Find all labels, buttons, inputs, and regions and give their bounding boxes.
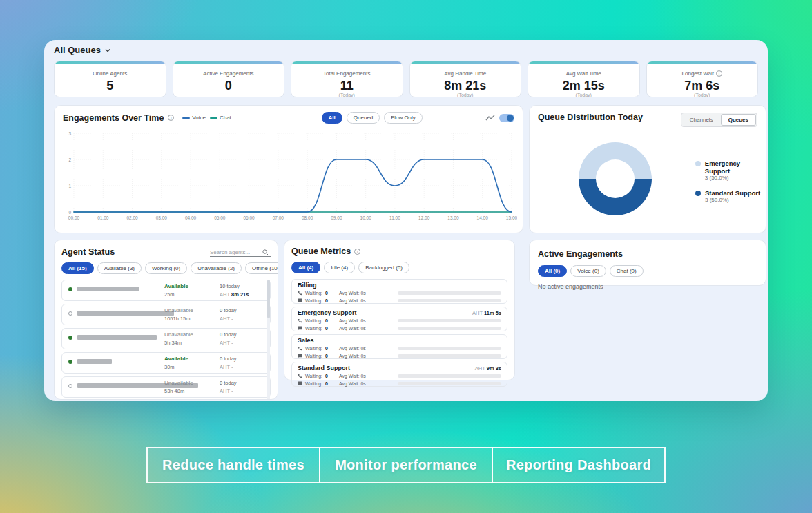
kpi-label: Avg Wait Time <box>566 70 601 77</box>
svg-text:08:00: 08:00 <box>302 215 313 220</box>
legend-chat: Chat <box>210 115 231 121</box>
queue-distribution-donut <box>574 137 657 220</box>
voice-metric-line: Waiting:0 Avg Wait: 0s <box>298 345 501 351</box>
filter-queued-button[interactable]: Queued <box>347 112 380 124</box>
chat-metric-line: Waiting:0 Avg Wait: 0s <box>298 380 501 387</box>
legend-item: Emergency Support 3 (50.0%) <box>695 159 766 181</box>
info-icon[interactable]: i <box>168 115 174 121</box>
queue-selector-label: All Queues <box>54 45 101 55</box>
filter-flow-only-button[interactable]: Flow Only <box>384 112 423 124</box>
queues-segment[interactable]: Queues <box>721 114 756 126</box>
legend-label: Standard Support <box>705 189 760 197</box>
svg-text:11:00: 11:00 <box>389 215 400 220</box>
legend-voice-label: Voice <box>192 115 206 121</box>
agent-status-panel: Agent Status All (15) Available (3) Work… <box>54 240 278 400</box>
svg-text:0: 0 <box>68 210 71 215</box>
kpi-label: Avg Handle Time <box>444 70 486 77</box>
chip-available[interactable]: Available (3) <box>97 262 142 274</box>
svg-text:01:00: 01:00 <box>97 215 109 220</box>
engagements-header: Engagements Over Time i Voice Chat All Q… <box>55 106 523 124</box>
chip-all[interactable]: All (15) <box>61 262 94 274</box>
kpi-sub: (Today) <box>291 93 403 97</box>
queue-card-standard-support[interactable]: Standard Support AHT 9m 3s Waiting:0 Avg… <box>291 362 508 387</box>
agent-status-chips: All (15) Available (3) Working (0) Unava… <box>61 262 271 274</box>
chip-all[interactable]: All (4) <box>291 262 320 273</box>
agent-row[interactable]: Unavailable 53h 48m 0 today AHT - <box>61 376 271 398</box>
kpi-label: Total Engagements <box>323 70 371 77</box>
agent-row[interactable]: Available 30m 0 today AHT - <box>61 352 271 374</box>
svg-text:14:00: 14:00 <box>477 215 489 220</box>
agent-status-label: Unavailable <box>164 307 193 313</box>
phone-icon <box>298 291 302 296</box>
chart-toggle[interactable] <box>499 114 514 122</box>
engagements-line-chart: 00:0001:0002:0003:0004:0005:0006:0007:00… <box>59 128 517 229</box>
wait-bar <box>398 382 501 385</box>
agent-status-dot <box>68 360 72 364</box>
svg-text:15:00: 15:00 <box>506 215 517 220</box>
channels-queues-toggle: Channels Queues <box>681 113 757 127</box>
kpi-label: Longest Wait <box>682 70 714 77</box>
kpi-value: 2m 15s <box>528 79 639 93</box>
voice-metric-line: Waiting:0 Avg Wait: 0s <box>298 373 501 379</box>
kpi-value: 8m 21s <box>410 79 521 93</box>
chip-offline[interactable]: Offline (10) <box>245 262 278 274</box>
chip-idle[interactable]: Idle (4) <box>324 262 355 273</box>
agent-row[interactable]: Available 25m 10 today AHT 8m 21s <box>61 280 271 301</box>
svg-text:09:00: 09:00 <box>331 215 342 220</box>
dashboard-card: All Queues Online Agents 5 Active Engage… <box>44 40 768 401</box>
svg-text:02:00: 02:00 <box>126 215 138 220</box>
wait-bar <box>398 319 501 322</box>
search-icon[interactable] <box>262 249 269 255</box>
agent-status-label: Unavailable <box>164 380 193 386</box>
kpi-value: 7m 6s <box>647 79 758 93</box>
agent-duration: 25m <box>164 291 175 298</box>
agent-status-label: Unavailable <box>164 331 193 338</box>
queue-cards: Billing Waiting:0 Avg Wait: 0s Waiting:0… <box>291 279 508 387</box>
info-icon[interactable]: i <box>354 249 360 255</box>
queue-card-emergency-support[interactable]: Emergency Support AHT 11m 5s Waiting:0 A… <box>291 307 508 331</box>
chip-voice[interactable]: Voice (0) <box>570 265 606 277</box>
queue-distribution-header: Queue Distribution Today Channels Queues <box>530 106 766 127</box>
channels-segment[interactable]: Channels <box>682 114 721 126</box>
queue-card-billing[interactable]: Billing Waiting:0 Avg Wait: 0s Waiting:0… <box>291 279 508 304</box>
agent-today-count: 0 today <box>220 380 237 386</box>
active-engagements-panel: Active Engagements All (0) Voice (0) Cha… <box>529 240 766 286</box>
chat-icon <box>298 326 302 331</box>
queue-metrics-panel: Queue Metrics i All (4) Idle (4) Backlog… <box>284 240 515 380</box>
wait-bar <box>398 291 501 295</box>
svg-text:04:00: 04:00 <box>185 215 197 220</box>
filter-all-button[interactable]: All <box>322 112 342 124</box>
search-input[interactable] <box>210 249 262 255</box>
chevron-down-icon <box>105 48 110 53</box>
kpi-avg-handle-time: Avg Handle Time 8m 21s (Today) <box>409 61 522 97</box>
agent-name-redacted <box>77 287 139 291</box>
chip-backlogged[interactable]: Backlogged (0) <box>358 262 409 273</box>
chat-swatch <box>210 117 218 119</box>
svg-text:00:00: 00:00 <box>68 215 80 220</box>
chip-working[interactable]: Working (0) <box>145 262 187 274</box>
wait-bar <box>398 374 501 378</box>
agent-aht: AHT - <box>220 316 233 322</box>
agent-duration: 53h 48m <box>164 388 184 394</box>
chip-chat[interactable]: Chat (0) <box>610 265 644 277</box>
panel-title: Agent Status <box>61 247 115 257</box>
phone-icon <box>298 318 302 323</box>
agent-row[interactable]: Unavailable 1051h 15m 0 today AHT - <box>61 304 271 325</box>
queue-distribution-panel: Queue Distribution Today Channels Queues… <box>529 105 766 233</box>
scrollbar-thumb[interactable] <box>267 280 270 318</box>
agent-duration: 30m <box>164 364 175 370</box>
info-icon[interactable]: i <box>716 70 722 77</box>
chat-icon <box>298 381 302 386</box>
agent-row[interactable]: Unavailable 5h 34m 0 today AHT - <box>61 328 271 349</box>
queue-name: Emergency Support <box>298 309 501 316</box>
queue-card-sales[interactable]: Sales Waiting:0 Avg Wait: 0s Waiting:0 A… <box>291 334 508 359</box>
svg-text:12:00: 12:00 <box>418 215 430 220</box>
agent-list-scrollbar[interactable] <box>267 280 270 400</box>
queue-selector-dropdown[interactable]: All Queues <box>54 45 110 55</box>
legend-dot <box>695 191 701 196</box>
chip-unavailable[interactable]: Unavailable (2) <box>191 262 242 274</box>
kpi-row: Online Agents 5 Active Engagements 0 Tot… <box>54 61 758 97</box>
svg-text:2: 2 <box>68 157 71 162</box>
chip-all[interactable]: All (0) <box>538 265 567 277</box>
banner-reporting-dashboard: Reporting Dashboard <box>492 447 666 483</box>
